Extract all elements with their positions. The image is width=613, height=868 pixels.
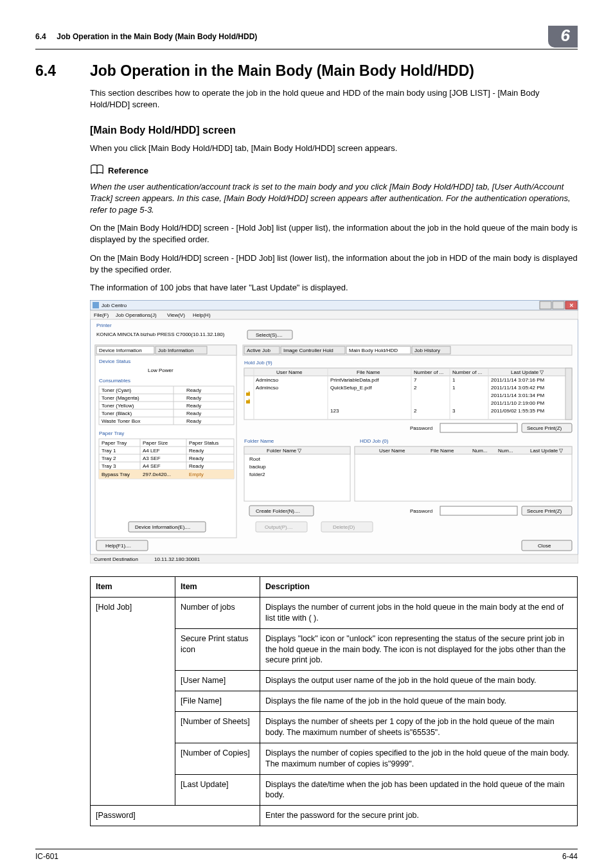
svg-text:Paper Size: Paper Size [143,440,168,446]
tab-job-info[interactable]: Job Information [158,348,193,353]
device-info-button[interactable]: Device Information(E).... [135,524,190,530]
select-button[interactable]: Select(S).... [256,332,283,338]
delete-button: Delete(D) [333,524,355,530]
reference-block-header: Reference [90,164,578,177]
svg-text:3: 3 [452,408,456,414]
close-button[interactable]: Close [538,543,551,549]
menu-file[interactable]: File(F) [94,312,109,318]
svg-text:Waste Toner Box: Waste Toner Box [102,418,140,424]
svg-text:Num...: Num... [498,448,513,454]
paper-tray-label: Paper Tray [99,430,124,436]
svg-text:Ready: Ready [186,395,201,401]
svg-text:QuickSetup_E.pdf: QuickSetup_E.pdf [330,385,372,391]
consumables-label: Consumables [99,378,130,384]
device-status-label: Device Status [99,359,130,364]
intro-paragraph: This section describes how to operate th… [90,87,578,111]
hold-job-label: Hold Job (9) [244,360,272,366]
svg-rect-1 [90,300,578,310]
svg-text:7: 7 [414,377,417,383]
svg-text:Paper Status: Paper Status [189,440,218,446]
menu-help[interactable]: Help(H) [193,312,211,318]
paragraph-3: On the [Main Body Hold/HDD] screen - [HD… [90,252,578,276]
tab-image-ctrl[interactable]: Image Controller Hold [283,348,333,353]
secure-print-button-1[interactable]: Secure Print(Z) [527,425,562,431]
svg-text:Folder Name ▽: Folder Name ▽ [267,448,302,454]
folder-item[interactable]: backup [249,464,266,470]
help-button[interactable]: Help(F1).... [105,543,131,549]
folder-item[interactable]: folder2 [249,472,265,477]
svg-text:2011/11/14 3:05:42 PM: 2011/11/14 3:05:42 PM [491,385,545,391]
svg-text:297.0x420...: 297.0x420... [143,472,171,477]
svg-text:Empty: Empty [189,472,204,477]
tab-job-history[interactable]: Job History [414,348,440,353]
menu-jobop[interactable]: Job Operations(J) [116,312,157,318]
svg-rect-4 [553,301,564,309]
paragraph-2: On the [Main Body Hold/HDD] screen - [Ho… [90,222,578,245]
svg-text:A3 SEF: A3 SEF [143,456,161,461]
svg-text:Admincso: Admincso [256,377,279,383]
folder-name-label: Folder Name [244,438,274,444]
chapter-badge: 6 [548,26,578,48]
svg-text:User Name: User Name [276,369,303,375]
output-button: Output(P).... [265,524,293,530]
tab-active-job[interactable]: Active Job [247,348,271,353]
secure-print-button-2[interactable]: Secure Print(Z) [527,508,562,514]
svg-text:Ready: Ready [186,418,201,424]
password-input-2[interactable] [440,506,517,515]
header-section-title: Job Operation in the Main Body (Main Bod… [57,32,257,41]
svg-text:Ready: Ready [189,448,204,454]
close-x-icon[interactable]: ✕ [569,303,574,308]
page-header: 6.4 Job Operation in the Main Body (Main… [35,26,578,49]
svg-text:A4 SEF: A4 SEF [143,463,161,469]
book-icon [90,164,104,177]
create-folder-button[interactable]: Create Folder(N).... [256,508,300,514]
screenshot-figure: Job Centro ✕ File(F) Job Operations(J) V… [90,300,578,563]
svg-text:Tray 1: Tray 1 [102,448,116,454]
section-number: 6.4 [35,62,90,80]
tab-device-info[interactable]: Device Information [99,348,142,353]
svg-text:2011/09/02 1:55:35 PM: 2011/09/02 1:55:35 PM [491,408,545,414]
svg-text:Paper Tray: Paper Tray [102,440,127,446]
svg-text:Last Update ▽: Last Update ▽ [530,448,564,454]
th-item-1: Item [91,577,175,598]
tab-main-body[interactable]: Main Body Hold/HDD [349,348,398,353]
page-footer: IC-601 6-44 [35,849,578,861]
printer-label: Printer [96,323,112,328]
svg-rect-89 [355,447,572,501]
table-row: [Password] Enter the password for the se… [91,806,578,826]
header-left: 6.4 Job Operation in the Main Body (Main… [35,32,257,41]
svg-text:File Name: File Name [357,369,380,375]
svg-text:Ready: Ready [186,387,201,393]
printer-name: KONICA MINOLTA bizhub PRESS C7000(10.11.… [96,332,225,337]
sub1-paragraph: When you click [Main Body Hold/HDD] tab,… [90,143,578,154]
svg-text:Bypass Tray: Bypass Tray [102,472,130,477]
reference-body: When the user authentication/account tra… [90,181,578,217]
reference-label: Reference [108,166,148,175]
svg-text:User Name: User Name [379,448,405,454]
description-table: Item Item Description [Hold Job] Number … [90,576,578,826]
svg-text:Number of ...: Number of ... [452,369,482,375]
svg-text:2: 2 [414,408,417,414]
scrollbar[interactable] [565,368,572,420]
password-label-1: Password [410,425,432,431]
svg-text:A4 LEF: A4 LEF [143,448,160,454]
folder-item[interactable]: Root [249,456,261,462]
svg-text:File Name: File Name [431,448,454,454]
svg-rect-2 [93,302,99,308]
th-description: Description [260,577,578,598]
low-power-label: Low Power [148,368,173,373]
svg-text:Toner (Cyan): Toner (Cyan) [102,387,132,393]
svg-text:Last Update ▽: Last Update ▽ [511,369,544,375]
section-title: 6.4 Job Operation in the Main Body (Main… [35,62,578,80]
svg-text:Toner (Black): Toner (Black) [102,411,132,416]
svg-text:Number of ...: Number of ... [414,369,443,375]
svg-text:Admincso: Admincso [256,385,279,391]
svg-text:1: 1 [452,385,456,391]
password-input-1[interactable] [440,423,517,432]
svg-text:Ready: Ready [186,403,201,409]
menu-view[interactable]: View(V) [167,312,185,318]
status-bar-label: Current Destination [94,556,138,562]
svg-text:Ready: Ready [189,456,204,461]
svg-rect-3 [540,301,551,309]
table-row: [Hold Job] Number of jobs Displays the n… [91,597,578,628]
